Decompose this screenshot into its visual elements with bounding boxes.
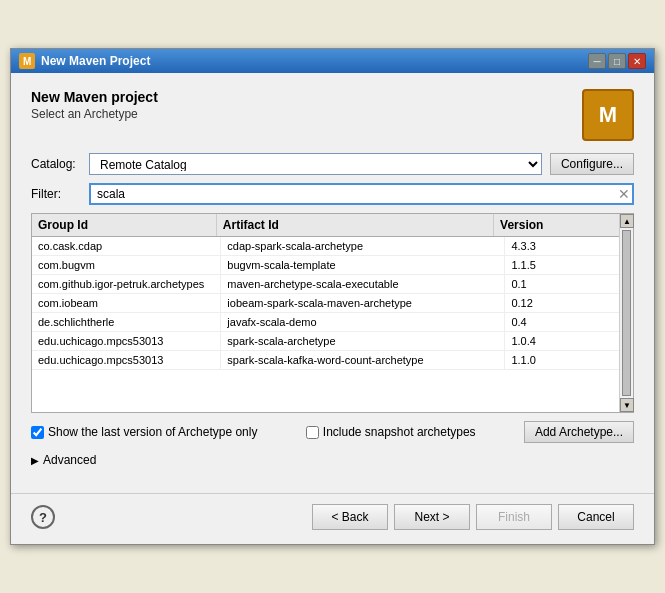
cell-version: 1.0.4 (505, 332, 619, 350)
help-button[interactable]: ? (31, 505, 55, 529)
maximize-button[interactable]: □ (608, 53, 626, 69)
show-last-version-label[interactable]: Show the last version of Archetype only (48, 425, 257, 439)
cell-artifact-id: bugvm-scala-template (221, 256, 505, 274)
advanced-label: Advanced (43, 453, 96, 467)
cell-artifact-id: javafx-scala-demo (221, 313, 505, 331)
show-last-version-group: Show the last version of Archetype only (31, 425, 257, 439)
filter-input[interactable] (89, 183, 634, 205)
filter-row: Filter: ✕ (31, 183, 634, 205)
cell-artifact-id: iobeam-spark-scala-maven-archetype (221, 294, 505, 312)
title-bar: M New Maven Project ─ □ ✕ (11, 49, 654, 73)
cell-version: 4.3.3 (505, 237, 619, 255)
table-row[interactable]: com.github.igor-petruk.archetypes maven-… (32, 275, 619, 294)
dialog-title: New Maven project (31, 89, 158, 105)
title-bar-buttons: ─ □ ✕ (588, 53, 646, 69)
col-artifact-id: Artifact Id (217, 214, 494, 236)
dialog-window: M New Maven Project ─ □ ✕ New Maven proj… (10, 48, 655, 545)
minimize-button[interactable]: ─ (588, 53, 606, 69)
cell-group-id: com.bugvm (32, 256, 221, 274)
col-group-id: Group Id (32, 214, 217, 236)
maven-logo: M (582, 89, 634, 141)
filter-clear-button[interactable]: ✕ (618, 187, 630, 201)
catalog-select[interactable]: Remote Catalog (89, 153, 542, 175)
window-title: New Maven Project (41, 54, 150, 68)
footer-buttons: < Back Next > Finish Cancel (312, 504, 634, 530)
dialog-content: New Maven project Select an Archetype M … (11, 73, 654, 493)
cell-artifact-id: maven-archetype-scala-executable (221, 275, 505, 293)
scroll-thumb[interactable] (622, 230, 631, 396)
window-icon: M (19, 53, 35, 69)
cell-group-id: de.schlichtherle (32, 313, 221, 331)
header-section: New Maven project Select an Archetype M (31, 89, 634, 141)
cancel-button[interactable]: Cancel (558, 504, 634, 530)
cell-version: 1.1.5 (505, 256, 619, 274)
include-snapshot-checkbox[interactable] (306, 426, 319, 439)
cell-version: 0.12 (505, 294, 619, 312)
cell-artifact-id: spark-scala-kafka-word-count-archetype (221, 351, 505, 369)
table-row[interactable]: edu.uchicago.mpcs53013 spark-scala-kafka… (32, 351, 619, 370)
cell-artifact-id: spark-scala-archetype (221, 332, 505, 350)
filter-label: Filter: (31, 187, 81, 201)
header-text: New Maven project Select an Archetype (31, 89, 158, 121)
table-row[interactable]: com.bugvm bugvm-scala-template 1.1.5 (32, 256, 619, 275)
scroll-down-button[interactable]: ▼ (620, 398, 634, 412)
include-snapshot-label[interactable]: Include snapshot archetypes (323, 425, 476, 439)
options-row: Show the last version of Archetype only … (31, 421, 634, 443)
finish-button[interactable]: Finish (476, 504, 552, 530)
table-main: Group Id Artifact Id Version co.cask.cda… (32, 214, 619, 412)
cell-group-id: com.github.igor-petruk.archetypes (32, 275, 221, 293)
close-button[interactable]: ✕ (628, 53, 646, 69)
dialog-footer: ? < Back Next > Finish Cancel (11, 493, 654, 544)
catalog-row: Catalog: Remote Catalog Configure... (31, 153, 634, 175)
cell-group-id: com.iobeam (32, 294, 221, 312)
scroll-up-button[interactable]: ▲ (620, 214, 634, 228)
archetype-table: Group Id Artifact Id Version co.cask.cda… (31, 213, 634, 413)
cell-version: 0.4 (505, 313, 619, 331)
vertical-scrollbar[interactable]: ▲ ▼ (619, 214, 633, 412)
col-version: Version (494, 214, 605, 236)
cell-artifact-id: cdap-spark-scala-archetype (221, 237, 505, 255)
table-body[interactable]: co.cask.cdap cdap-spark-scala-archetype … (32, 237, 619, 412)
configure-button[interactable]: Configure... (550, 153, 634, 175)
advanced-section: ▶ Advanced (31, 453, 634, 467)
include-snapshot-group: Include snapshot archetypes (306, 425, 476, 439)
cell-group-id: edu.uchicago.mpcs53013 (32, 332, 221, 350)
cell-group-id: edu.uchicago.mpcs53013 (32, 351, 221, 369)
table-header: Group Id Artifact Id Version (32, 214, 619, 237)
filter-input-wrap: ✕ (89, 183, 634, 205)
back-button[interactable]: < Back (312, 504, 388, 530)
table-row[interactable]: edu.uchicago.mpcs53013 spark-scala-arche… (32, 332, 619, 351)
next-button[interactable]: Next > (394, 504, 470, 530)
table-row[interactable]: com.iobeam iobeam-spark-scala-maven-arch… (32, 294, 619, 313)
cell-group-id: co.cask.cdap (32, 237, 221, 255)
cell-version: 1.1.0 (505, 351, 619, 369)
catalog-label: Catalog: (31, 157, 81, 171)
dialog-subtitle: Select an Archetype (31, 107, 158, 121)
advanced-arrow-icon: ▶ (31, 455, 39, 466)
table-row[interactable]: de.schlichtherle javafx-scala-demo 0.4 (32, 313, 619, 332)
table-row[interactable]: co.cask.cdap cdap-spark-scala-archetype … (32, 237, 619, 256)
advanced-toggle[interactable]: ▶ Advanced (31, 453, 634, 467)
svg-text:M: M (23, 56, 31, 67)
add-archetype-button[interactable]: Add Archetype... (524, 421, 634, 443)
show-last-version-checkbox[interactable] (31, 426, 44, 439)
cell-version: 0.1 (505, 275, 619, 293)
